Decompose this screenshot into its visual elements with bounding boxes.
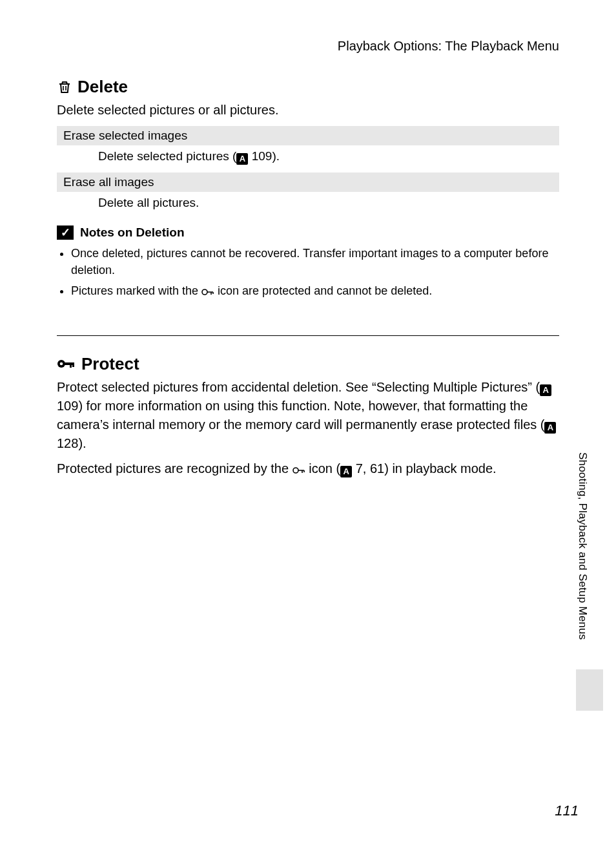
section-delete-heading: Delete — [57, 77, 559, 97]
protect-paragraph-2: Protected pictures are recognized by the… — [57, 459, 559, 478]
notes-heading: ✓ Notes on Deletion — [57, 225, 559, 240]
text: Protected pictures are recognized by the — [57, 461, 293, 476]
manual-page: Playback Options: The Playback Menu Dele… — [0, 0, 616, 849]
svg-point-0 — [202, 289, 207, 295]
svg-point-2 — [60, 362, 63, 366]
page-ref-icon: A — [540, 384, 551, 396]
option-erase-all-head: Erase all images — [57, 173, 559, 192]
text: Protect selected pictures from accidenta… — [57, 380, 540, 394]
list-item: Once deleted, pictures cannot be recover… — [71, 245, 559, 278]
check-icon: ✓ — [57, 225, 74, 240]
page-ref: 109 — [57, 399, 78, 413]
option-erase-selected-head: Erase selected images — [57, 126, 559, 145]
list-item: Pictures marked with the icon are protec… — [71, 282, 559, 299]
side-tab-label: Shooting, Playback and Setup Menus — [576, 452, 589, 640]
section-delete-title: Delete — [77, 77, 128, 97]
text: ) in playback mode. — [384, 461, 496, 476]
text: ). — [272, 149, 280, 163]
option-erase-all-desc: Delete all pictures. — [98, 196, 559, 210]
delete-lead: Delete selected pictures or all pictures… — [57, 101, 559, 120]
text: Pictures marked with the — [71, 284, 201, 297]
svg-rect-4 — [70, 362, 72, 368]
page-number: 111 — [555, 802, 579, 819]
text: ). — [78, 436, 86, 450]
thumb-index-tab — [576, 669, 603, 711]
text: icon ( — [305, 461, 340, 476]
section-divider — [57, 335, 559, 336]
page-ref: 109 — [252, 149, 272, 163]
option-erase-selected-desc: Delete selected pictures (A 109). — [98, 149, 559, 165]
protect-paragraph-1: Protect selected pictures from accidenta… — [57, 378, 559, 453]
svg-point-6 — [293, 468, 298, 473]
protect-icon — [201, 288, 214, 297]
text: icon are protected and cannot be deleted… — [214, 284, 432, 297]
svg-rect-3 — [65, 362, 74, 365]
page-ref-icon: A — [544, 422, 556, 434]
protect-icon — [293, 466, 305, 475]
key-icon — [57, 357, 76, 371]
trash-icon — [57, 79, 72, 95]
text: ) for more information on using this fun… — [57, 399, 544, 432]
page-ref: 128 — [57, 436, 78, 450]
running-head: Playback Options: The Playback Menu — [57, 39, 559, 54]
text: Delete selected pictures ( — [98, 149, 236, 163]
section-protect-title: Protect — [81, 354, 139, 374]
notes-list: Once deleted, pictures cannot be recover… — [59, 245, 559, 299]
page-ref-icon: A — [340, 466, 352, 477]
page-ref-icon: A — [236, 153, 248, 165]
section-protect-heading: Protect — [57, 354, 559, 374]
notes-title-text: Notes on Deletion — [80, 225, 185, 240]
svg-rect-5 — [72, 362, 74, 367]
page-ref: 7, 61 — [356, 461, 384, 476]
